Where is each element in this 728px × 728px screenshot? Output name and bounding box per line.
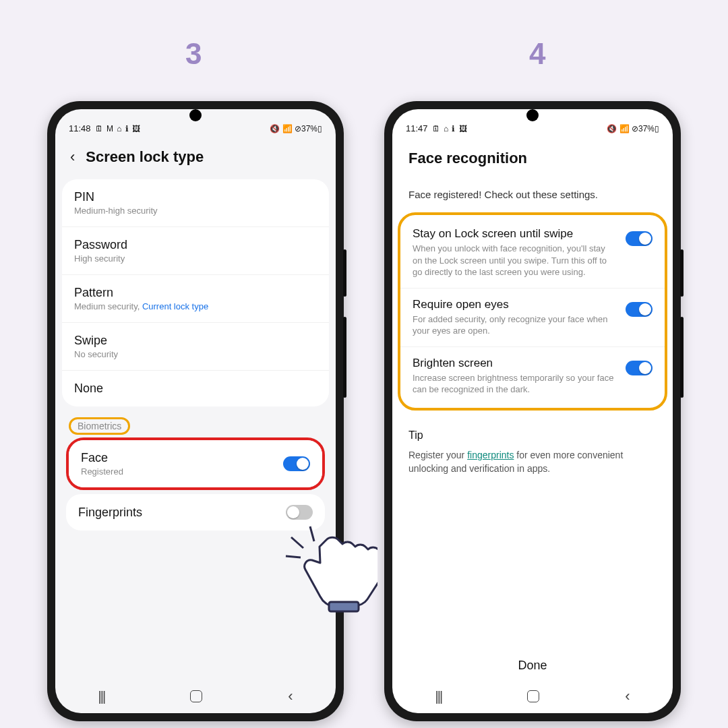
status-icons-left: 🗓 M ⌂ ℹ 🖼 — [95, 124, 142, 133]
done-button[interactable]: Done — [392, 648, 673, 679]
status-icons-right: 🔇 📶 ⊘ — [607, 124, 638, 133]
tip-title: Tip — [408, 429, 657, 442]
setting-stay-on-lock[interactable]: Stay on Lock screen until swipe When you… — [400, 218, 665, 289]
brighten-toggle[interactable] — [626, 361, 653, 375]
setting-require-open-eyes[interactable]: Require open eyes For added security, on… — [400, 289, 665, 347]
back-icon[interactable]: ‹ — [70, 148, 75, 166]
tip-block: Tip Register your fingerprints for even … — [392, 415, 673, 491]
status-battery: 37%▯ — [638, 124, 659, 133]
row-none[interactable]: None — [62, 371, 329, 406]
pattern-sub: Medium security, Current lock type — [74, 301, 317, 311]
face-toggle[interactable] — [283, 456, 310, 471]
row-swipe[interactable]: Swipe No security — [62, 323, 329, 371]
status-time: 11:48 — [69, 123, 91, 133]
row-face[interactable]: Face Registered — [69, 440, 322, 487]
nav-bar: ||| ‹ — [55, 679, 336, 713]
brighten-desc: Increase screen brightness temporarily s… — [413, 372, 616, 396]
step-number-3: 3 — [185, 37, 202, 71]
highlight-settings-box: Stay on Lock screen until swipe When you… — [398, 212, 667, 411]
password-label: Password — [74, 238, 317, 252]
stay-toggle[interactable] — [626, 231, 653, 246]
fingerprints-label: Fingerprints — [78, 506, 286, 520]
tip-text: Register your fingerprints for even more… — [408, 448, 657, 476]
phone-mockup-left: 11:48 🗓 M ⌂ ℹ 🖼 🔇 📶 ⊘ 37%▯ ‹ Screen lock… — [47, 101, 344, 721]
pattern-label: Pattern — [74, 286, 317, 300]
swipe-sub: No security — [74, 349, 317, 359]
step-number-4: 4 — [529, 37, 545, 71]
password-sub: High security — [74, 253, 317, 264]
current-lock-type-link[interactable]: Current lock type — [142, 301, 208, 311]
lock-type-card: PIN Medium-high security Password High s… — [62, 179, 329, 406]
row-pattern[interactable]: Pattern Medium security, Current lock ty… — [62, 275, 329, 323]
status-battery: 37%▯ — [301, 124, 322, 133]
fingerprints-toggle[interactable] — [286, 505, 313, 520]
nav-bar: ||| ‹ — [392, 679, 673, 713]
none-label: None — [74, 382, 317, 396]
nav-back-icon[interactable]: ‹ — [625, 688, 630, 705]
page-header: ‹ Screen lock type — [55, 135, 336, 175]
stay-label: Stay on Lock screen until swipe — [413, 227, 616, 241]
swipe-label: Swipe — [74, 334, 317, 348]
biometrics-header: Biometrics — [55, 411, 336, 437]
page-title: Face recognition — [408, 150, 657, 167]
setting-brighten-screen[interactable]: Brighten screen Increase screen brightne… — [400, 347, 665, 405]
registered-message: Face registered! Check out these setting… — [392, 174, 673, 208]
eyes-desc: For added security, only recognize your … — [413, 313, 616, 337]
brighten-label: Brighten screen — [413, 357, 616, 370]
status-icons-right: 🔇 📶 ⊘ — [270, 124, 301, 133]
row-password[interactable]: Password High security — [62, 227, 329, 275]
nav-recent-icon[interactable]: ||| — [435, 689, 442, 704]
phone-mockup-right: 11:47 🗓 ⌂ ℹ 🖼 🔇 📶 ⊘ 37%▯ Face recognitio… — [384, 101, 681, 721]
eyes-label: Require open eyes — [413, 298, 616, 311]
status-icons-left: 🗓 ⌂ ℹ 🖼 — [432, 124, 468, 133]
fingerprints-link[interactable]: fingerprints — [467, 450, 514, 460]
pin-sub: Medium-high security — [74, 206, 317, 216]
page-title: Screen lock type — [86, 148, 204, 166]
stay-desc: When you unlock with face recognition, y… — [413, 243, 616, 278]
camera-hole — [189, 109, 202, 121]
eyes-toggle[interactable] — [626, 302, 653, 317]
page-header: Face recognition — [392, 135, 673, 174]
row-fingerprints[interactable]: Fingerprints — [66, 494, 325, 530]
camera-hole — [526, 109, 539, 121]
nav-home-icon[interactable] — [190, 690, 202, 702]
biometrics-card: Face Registered Fingerprints — [62, 437, 329, 530]
face-sub: Registered — [81, 466, 283, 477]
nav-home-icon[interactable] — [527, 690, 539, 702]
status-time: 11:47 — [406, 123, 428, 133]
highlight-biometrics: Biometrics — [69, 417, 130, 435]
face-label: Face — [81, 451, 283, 465]
row-pin[interactable]: PIN Medium-high security — [62, 179, 329, 227]
highlight-face-row: Face Registered — [66, 437, 325, 490]
pin-label: PIN — [74, 190, 317, 204]
nav-back-icon[interactable]: ‹ — [288, 688, 293, 705]
nav-recent-icon[interactable]: ||| — [98, 689, 105, 704]
